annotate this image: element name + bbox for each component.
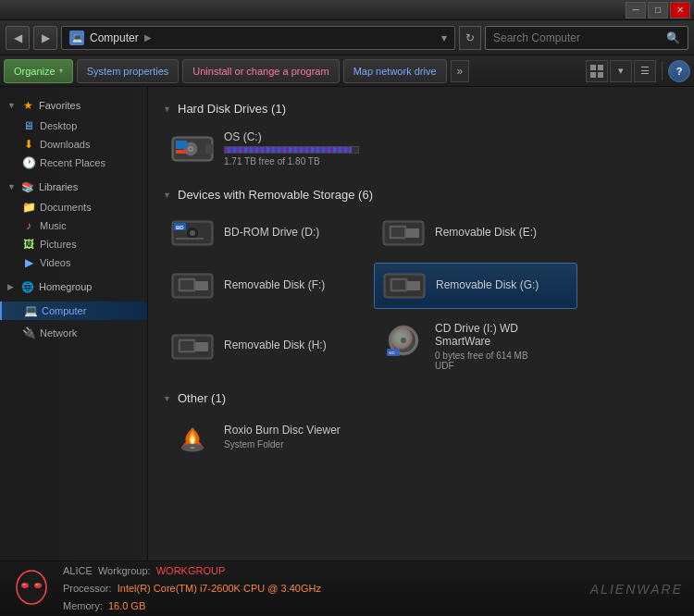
hdd-toggle[interactable]: ▼ (163, 105, 172, 114)
maximize-button[interactable]: □ (648, 2, 668, 18)
location-arrow: ▶ (144, 32, 152, 43)
address-dropdown-icon[interactable]: ▾ (441, 31, 447, 44)
svg-rect-6 (205, 144, 213, 154)
drive-c-name: OS (C:) (224, 130, 359, 143)
system-properties-button[interactable]: System properties (77, 59, 180, 83)
recent-icon: 🕐 (22, 156, 35, 169)
toolbar-views: ▾ ☰ (586, 60, 656, 82)
removable-g-svg (383, 270, 426, 302)
alien-svg (11, 569, 52, 610)
drive-item-i[interactable]: WD CD Drive (I:) WD SmartWare 0 bytes fr… (374, 316, 577, 376)
address-field[interactable]: 💻 Computer ▶ ▾ (61, 26, 455, 50)
removable-f-icon (170, 269, 215, 302)
drive-item-c[interactable]: OS (C:) 1.71 TB free of 1.80 TB (163, 125, 366, 173)
other-toggle[interactable]: ▼ (163, 394, 172, 403)
sidebar-item-pictures[interactable]: 🖼 Pictures (0, 235, 147, 253)
computer-nav-icon: 💻 (24, 304, 37, 317)
more-button[interactable]: » (451, 60, 470, 82)
drive-item-h[interactable]: Removable Disk (H:) (163, 316, 366, 376)
drive-item-f[interactable]: Removable Disk (F:) (163, 263, 366, 309)
computer-section: 💻 Computer (0, 302, 147, 320)
libraries-header[interactable]: ▼ 📚 Libraries (0, 176, 147, 198)
drive-i-fs: UDF (435, 361, 570, 371)
search-input[interactable] (493, 31, 661, 44)
desktop-label: Desktop (40, 120, 77, 131)
network-icon: 🔌 (22, 326, 35, 339)
network-section: 🔌 Network (0, 324, 147, 342)
minimize-button[interactable]: ─ (626, 2, 646, 18)
sidebar-item-recent-places[interactable]: 🕐 Recent Places (0, 154, 147, 172)
svg-point-42 (401, 338, 406, 343)
recent-places-label: Recent Places (40, 157, 105, 168)
status-workgroup-value: WORKGROUP (156, 565, 226, 576)
back-button[interactable]: ◀ (6, 26, 30, 50)
drive-c-bar-container (224, 146, 359, 154)
pictures-icon: 🖼 (22, 238, 35, 251)
drive-item-g[interactable]: Removable Disk (G:) (374, 263, 577, 309)
drive-c-free: 1.71 TB free of 1.80 TB (224, 156, 359, 166)
close-button[interactable]: ✕ (670, 2, 690, 18)
hdd-section-title: Hard Disk Drives (1) (178, 102, 286, 116)
svg-rect-27 (180, 280, 193, 290)
svg-text:BD: BD (176, 225, 184, 230)
status-computer-name: ALICE Workgroup: WORKGROUP (63, 562, 579, 580)
svg-rect-18 (176, 238, 204, 240)
view-tiles-button[interactable] (586, 60, 608, 82)
sidebar-item-desktop[interactable]: 🖥 Desktop (0, 117, 147, 135)
homegroup-section: ▶ 🌐 Homegroup (0, 276, 147, 298)
refresh-button[interactable]: ↻ (459, 26, 481, 50)
svg-point-50 (34, 583, 42, 588)
svg-point-15 (190, 230, 195, 236)
drive-e-name: Removable Disk (E:) (435, 226, 570, 239)
alienware-logo: ALIENWARE (590, 582, 683, 597)
other-section-header: ▼ Other (1) (163, 391, 679, 405)
svg-rect-1 (598, 65, 603, 70)
removable-drives-grid: BD BD-ROM Drive (D:) (163, 211, 679, 376)
sidebar-item-music[interactable]: ♪ Music (0, 216, 147, 235)
status-memory-label: Memory: (63, 600, 105, 611)
hdd-icon (170, 130, 215, 167)
view-details-button[interactable]: ☰ (634, 60, 656, 82)
svg-point-47 (190, 447, 195, 449)
search-box[interactable]: 🔍 (485, 26, 688, 50)
map-network-button[interactable]: Map network drive (343, 59, 447, 83)
music-icon: ♪ (22, 219, 35, 232)
status-memory-line: Memory: 16.0 GB (63, 598, 579, 615)
drive-item-e[interactable]: Removable Disk (E:) (374, 211, 577, 255)
videos-label: Videos (40, 257, 70, 268)
pictures-label: Pictures (40, 239, 77, 250)
sidebar-item-documents[interactable]: 📁 Documents (0, 198, 147, 216)
drive-item-roxio[interactable]: Roxio Burn Disc Viewer System Folder (163, 414, 366, 459)
svg-point-48 (17, 571, 46, 604)
sidebar-item-computer[interactable]: 💻 Computer (0, 302, 147, 320)
drive-d-info: BD-ROM Drive (D:) (224, 226, 359, 241)
downloads-icon: ⬇ (22, 138, 35, 151)
removable-toggle[interactable]: ▼ (163, 191, 172, 200)
status-processor-line: Processor: Intel(R) Core(TM) i7-2600K CP… (63, 580, 579, 598)
organize-button[interactable]: Organize ▾ (4, 59, 73, 83)
svg-rect-38 (195, 342, 208, 351)
location-icon: 💻 (69, 31, 84, 45)
homegroup-header[interactable]: ▶ 🌐 Homegroup (0, 276, 147, 298)
drive-f-info: Removable Disk (F:) (224, 278, 359, 294)
svg-rect-11 (176, 150, 187, 154)
favorites-header[interactable]: ▼ ★ Favorites (0, 94, 147, 117)
organize-dropdown-icon: ▾ (59, 67, 63, 75)
forward-button[interactable]: ▶ (33, 26, 57, 50)
drive-item-d[interactable]: BD BD-ROM Drive (D:) (163, 211, 366, 255)
sidebar-item-network[interactable]: 🔌 Network (0, 324, 147, 342)
uninstall-button[interactable]: Uninstall or change a program (182, 59, 339, 83)
removable-g-icon (382, 269, 427, 302)
location-label: Computer (90, 31, 139, 44)
sidebar-item-downloads[interactable]: ⬇ Downloads (0, 135, 147, 154)
title-bar: ─ □ ✕ (0, 0, 694, 20)
libraries-toggle: ▼ (7, 182, 17, 191)
drive-g-name: Removable Disk (G:) (436, 278, 569, 291)
sidebar-item-videos[interactable]: ▶ Videos (0, 253, 147, 272)
svg-rect-2 (590, 72, 596, 78)
drive-i-name: CD Drive (I:) WD SmartWare (435, 322, 570, 348)
drive-i-info: CD Drive (I:) WD SmartWare 0 bytes free … (435, 322, 570, 371)
help-button[interactable]: ? (668, 60, 690, 82)
removable-e-icon (381, 216, 426, 250)
view-dropdown-button[interactable]: ▾ (610, 60, 632, 82)
